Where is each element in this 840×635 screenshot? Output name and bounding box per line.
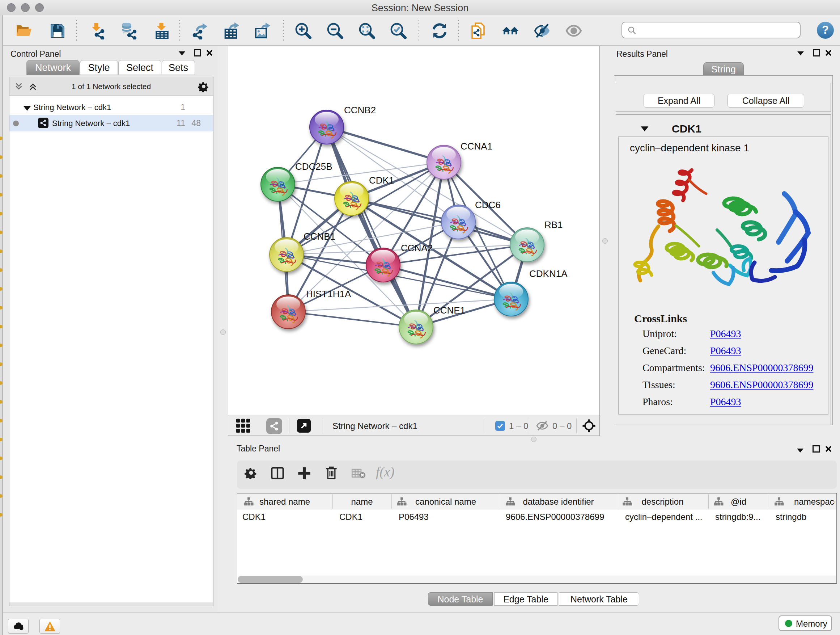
svg-text:CCNE1: CCNE1	[433, 305, 465, 316]
svg-text:CDC25B: CDC25B	[295, 161, 332, 172]
svg-text:CCNA1: CCNA1	[461, 141, 493, 152]
svg-text:CCNB1: CCNB1	[303, 231, 335, 242]
svg-text:CDK1: CDK1	[369, 175, 394, 186]
svg-text:CDKN1A: CDKN1A	[529, 268, 568, 279]
svg-text:CCNB2: CCNB2	[344, 105, 376, 116]
svg-text:CCNA2: CCNA2	[401, 242, 433, 253]
svg-text:HIST1H1A: HIST1H1A	[306, 288, 351, 299]
svg-text:CDC6: CDC6	[475, 200, 501, 211]
svg-text:RB1: RB1	[545, 219, 563, 230]
